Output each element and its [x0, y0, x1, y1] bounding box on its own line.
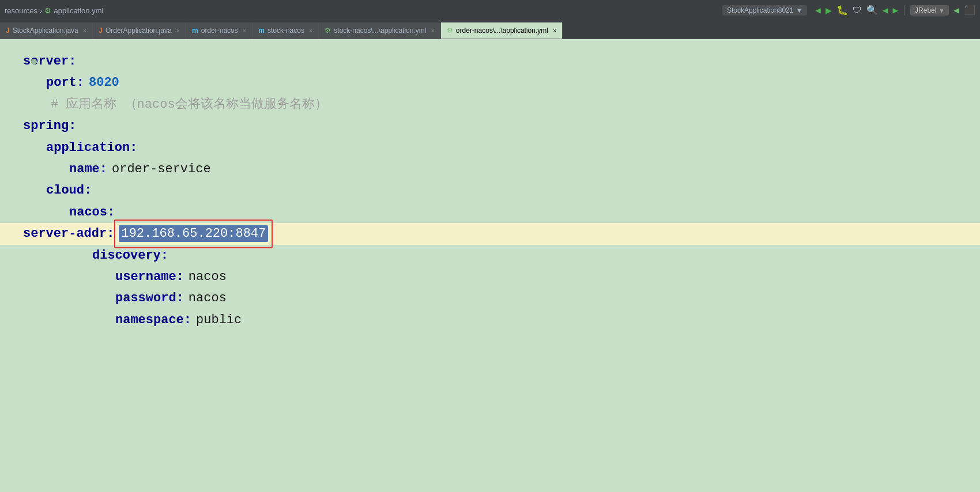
tab-order-nacos[interactable]: m order-nacos × — [186, 22, 252, 39]
tab-module-icon-2: m — [258, 27, 265, 35]
jrebel-label: JRebel — [915, 6, 936, 14]
red-box-container: 192.168.65.220:8847 — [119, 223, 268, 244]
line-username: username: nacos — [115, 266, 957, 287]
tab-close-stock-app[interactable]: × — [83, 27, 86, 34]
tab-stock-application-yml[interactable]: ⚙ stock-nacos\...\application.yml × — [319, 22, 441, 39]
run-config-chevron: ▼ — [796, 6, 802, 14]
tab-close-order-app[interactable]: × — [176, 27, 180, 34]
line-name: name: order-service — [69, 158, 957, 180]
run-config-label: StockApplication8021 — [727, 6, 793, 14]
breadcrumb: resources › ⚙ application.yml — [5, 6, 103, 15]
key-spring: spring — [23, 115, 69, 137]
tab-close-stock-yml[interactable]: × — [431, 27, 434, 34]
tab-order-application-yml[interactable]: ⚙ order-nacos\...\application.yml × — [441, 22, 563, 39]
line-nacos: nacos: — [69, 202, 957, 223]
forward-icon-2[interactable]: ▶ — [892, 5, 898, 16]
tab-stock-application-java[interactable]: J StockApplication.java × — [0, 22, 93, 39]
breadcrumb-separator: › — [40, 6, 42, 15]
tab-java-icon-2: J — [99, 27, 103, 35]
colon-username: : — [176, 266, 184, 287]
tab-close-stock-nacos[interactable]: × — [309, 27, 312, 34]
line-server: server: — [23, 51, 957, 72]
tab-label-stock-app: StockApplication.java — [13, 27, 78, 35]
breadcrumb-resources: resources — [5, 6, 37, 15]
tab-module-icon-1: m — [192, 27, 198, 35]
tab-close-order-nacos[interactable]: × — [243, 27, 246, 34]
tab-close-order-yml[interactable]: × — [553, 27, 556, 34]
colon-port: : — [77, 72, 84, 93]
key-application: application — [46, 137, 130, 158]
line-cloud: cloud: — [46, 180, 957, 201]
tabs-bar: J StockApplication.java × J OrderApplica… — [0, 21, 980, 39]
key-namespace: namespace — [115, 309, 184, 331]
tab-stock-nacos[interactable]: m stock-nacos × — [252, 22, 319, 39]
colon-password: : — [176, 287, 184, 309]
line-port: port: 8020 — [46, 72, 957, 93]
line-discovery: discovery: — [92, 245, 957, 266]
tab-label-stock-yml: stock-nacos\...\application.yml — [334, 27, 426, 35]
key-password: password — [115, 287, 176, 309]
coverage-icon[interactable]: 🛡 — [853, 5, 862, 16]
tab-java-icon-1: J — [6, 27, 10, 35]
key-discovery: discovery — [92, 245, 161, 266]
gutter-indicator-server — [31, 59, 37, 65]
profile-icon[interactable]: 🔍 — [866, 5, 878, 16]
server-addr-value-wrapper: 192.168.65.220:8847 — [119, 223, 268, 244]
colon-spring: : — [69, 115, 76, 137]
value-server-addr: 192.168.65.220:8847 — [119, 225, 268, 242]
back-icon[interactable]: ◀ — [815, 5, 821, 16]
yaml-file-icon: ⚙ — [44, 6, 51, 15]
jrebel-selector[interactable]: JRebel ▼ — [910, 5, 949, 16]
forward-icon-1[interactable]: ◀ — [883, 5, 888, 16]
jrebel-chevron: ▼ — [938, 7, 944, 14]
key-server: server — [23, 51, 69, 72]
line-namespace: namespace: public — [115, 309, 957, 331]
value-namespace: public — [196, 309, 242, 331]
line-server-addr: server-addr: 192.168.65.220:8847 — [0, 223, 980, 244]
key-nacos: nacos — [69, 202, 107, 223]
key-cloud: cloud — [46, 180, 84, 201]
value-name: order-service — [112, 158, 211, 180]
colon-namespace: : — [184, 309, 191, 331]
toolbar-separator — [904, 5, 904, 16]
colon-server: : — [69, 51, 76, 72]
key-name: name — [69, 158, 100, 180]
comment-text: # 应用名称 （nacos会将该名称当做服务名称） — [51, 94, 327, 115]
tab-label-order-app: OrderApplication.java — [105, 27, 172, 35]
tab-label-stock-nacos: stock-nacos — [267, 27, 304, 35]
stop-icon[interactable]: ⬛ — [964, 5, 975, 16]
line-spring: spring: — [23, 115, 957, 137]
tab-yaml-icon-1: ⚙ — [325, 27, 331, 35]
colon-cloud: : — [84, 180, 92, 201]
colon-discovery: : — [161, 245, 168, 266]
key-username: username — [115, 266, 176, 287]
debug-icon[interactable]: 🐛 — [836, 5, 848, 16]
editor-area[interactable]: server: port: 8020 # 应用名称 （nacos会将该名称当做服… — [0, 39, 980, 492]
line-application: application: — [46, 137, 957, 158]
tab-yaml-icon-2: ⚙ — [447, 27, 453, 35]
jrebel-run-icon[interactable]: ◀ — [953, 5, 959, 16]
value-username: nacos — [189, 266, 227, 287]
colon-application: : — [130, 137, 137, 158]
tab-label-order-yml: order-nacos\...\application.yml — [456, 27, 548, 35]
toolbar: resources › ⚙ application.yml StockAppli… — [0, 0, 980, 21]
colon-name: : — [100, 158, 107, 180]
breadcrumb-file: application.yml — [54, 6, 103, 15]
key-port: port — [46, 72, 77, 93]
colon-nacos: : — [107, 202, 115, 223]
toolbar-actions: ◀ ▶ 🐛 🛡 🔍 ◀ ▶ JRebel ▼ ◀ ⬛ — [815, 4, 975, 17]
tab-label-order-nacos: order-nacos — [201, 27, 238, 35]
line-comment: # 应用名称 （nacos会将该名称当做服务名称） — [46, 94, 957, 115]
key-server-addr: server-addr — [23, 223, 107, 244]
value-password: nacos — [189, 287, 227, 309]
line-password: password: nacos — [115, 287, 957, 309]
colon-server-addr: : — [107, 223, 114, 244]
run-config-selector[interactable]: StockApplication8021 ▼ — [722, 5, 807, 16]
run-icon[interactable]: ▶ — [826, 4, 832, 17]
value-port: 8020 — [89, 72, 119, 93]
tab-order-application-java[interactable]: J OrderApplication.java × — [93, 22, 186, 39]
